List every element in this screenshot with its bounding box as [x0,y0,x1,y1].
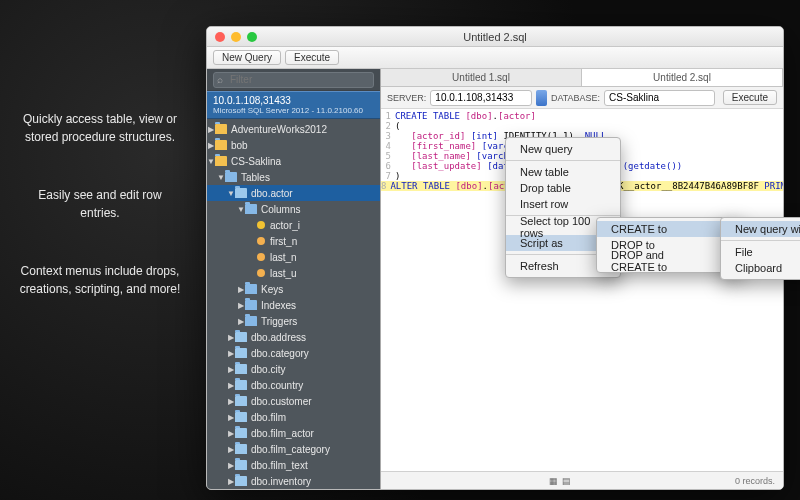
tree-node[interactable]: ▶Triggers [207,313,380,329]
tree-node[interactable]: ▼CS-Saklina [207,153,380,169]
menu-item[interactable]: New query window [721,221,800,237]
editor-tabs: Untitled 1.sql Untitled 2.sql [381,69,783,87]
tree-node[interactable]: last_u [207,265,380,281]
tree-node[interactable]: ▼dbo.actor [207,185,380,201]
tree-node[interactable]: ▶dbo.film_category [207,441,380,457]
server-sub: Microsoft SQL Server 2012 - 11.0.2100.60 [213,106,374,115]
status-bar: ▦ ▤ 0 records. [381,471,783,489]
menu-item[interactable]: File [721,244,800,260]
tree-node[interactable]: first_n [207,233,380,249]
tree-node[interactable]: ▶dbo.inventory [207,473,380,489]
tree-node[interactable]: ▶Keys [207,281,380,297]
tree-node[interactable]: ▶dbo.film_text [207,457,380,473]
database-label: DATABASE: [551,93,600,103]
tab-untitled-1[interactable]: Untitled 1.sql [381,69,582,86]
server-header[interactable]: 10.0.1.108,31433 Microsoft SQL Server 20… [207,91,380,119]
object-tree[interactable]: ▶AdventureWorks2012▶bob▼CS-Saklina▼Table… [207,119,380,489]
connection-bar: SERVER: 10.0.1.108,31433 DATABASE: CS-Sa… [381,87,783,109]
tree-node[interactable]: ▶dbo.address [207,329,380,345]
tree-node[interactable]: ▶dbo.city [207,361,380,377]
server-host: 10.0.1.108,31433 [213,95,374,106]
context-submenu-target[interactable]: New query windowFileClipboard [720,217,800,280]
menu-item[interactable]: New query [506,141,620,157]
toolbar: New Query Execute [207,47,783,69]
promo-sidebar: Quickly access table, view or stored pro… [0,0,200,298]
results-grid-icon[interactable]: ▦ [549,476,558,486]
sidebar-search: ⌕ [207,69,380,91]
database-field[interactable]: CS-Saklina [604,90,715,106]
server-label: SERVER: [387,93,426,103]
menu-item[interactable]: Clipboard [721,260,800,276]
server-field[interactable]: 10.0.1.108,31433 [430,90,532,106]
record-count: 0 records. [735,476,775,486]
promo-text-1: Quickly access table, view or stored pro… [18,110,182,146]
tree-node[interactable]: ▶dbo.country [207,377,380,393]
titlebar: Untitled 2.sql [207,27,783,47]
tree-node[interactable]: ▶dbo.customer [207,393,380,409]
tree-node[interactable]: ▶bob [207,137,380,153]
menu-item[interactable]: Drop table [506,180,620,196]
tree-node[interactable]: ▶dbo.film_actor [207,425,380,441]
window-title: Untitled 2.sql [207,31,783,43]
tab-untitled-2[interactable]: Untitled 2.sql [582,69,783,86]
server-stepper-icon[interactable] [536,90,547,106]
sidebar: ⌕ 10.0.1.108,31433 Microsoft SQL Server … [207,69,381,489]
tree-node[interactable]: ▼Tables [207,169,380,185]
new-query-button[interactable]: New Query [213,50,281,65]
tree-node[interactable]: actor_i [207,217,380,233]
tree-node[interactable]: ▶AdventureWorks2012 [207,121,380,137]
tree-node[interactable]: ▶dbo.film [207,409,380,425]
results-text-icon[interactable]: ▤ [562,476,571,486]
promo-text-3: Context menus include drops, creations, … [18,262,182,298]
menu-item[interactable]: Insert row [506,196,620,212]
execute-query-button[interactable]: Execute [723,90,777,105]
menu-item[interactable]: New table [506,164,620,180]
tree-node[interactable]: ▼Columns [207,201,380,217]
tree-node[interactable]: last_n [207,249,380,265]
execute-button[interactable]: Execute [285,50,339,65]
tree-node[interactable]: ▶Indexes [207,297,380,313]
filter-input[interactable] [213,72,374,88]
promo-text-2: Easily see and edit row entries. [18,186,182,222]
search-icon: ⌕ [217,74,223,85]
tree-node[interactable]: ▶dbo.category [207,345,380,361]
